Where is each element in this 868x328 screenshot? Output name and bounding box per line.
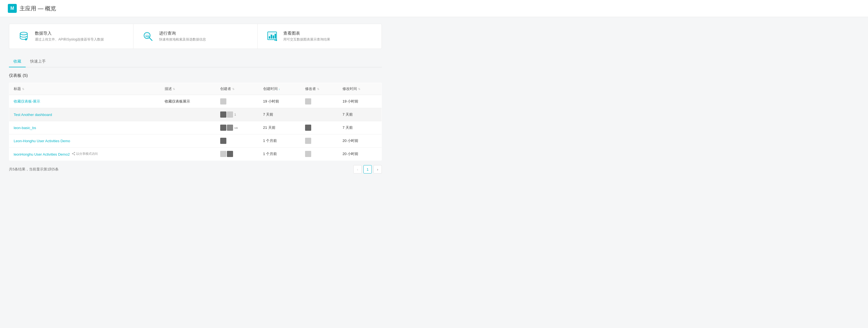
main-content: 数据导入 通过上传文件、API和Syslog连接器等导入数据 SQL 进行查询 … — [0, 17, 391, 181]
cell-modifier — [301, 108, 338, 121]
page-title: 主应用 — 概览 — [20, 5, 56, 12]
cell-title: leon-basic_bs — [9, 121, 160, 134]
cell-modifier — [301, 121, 338, 134]
feature-card-chart-text: 查看图表 用可交互数据图表展示查询结果 — [283, 31, 330, 42]
svg-rect-5 — [269, 36, 270, 38]
next-page-button[interactable]: › — [373, 165, 382, 173]
svg-rect-6 — [271, 35, 272, 38]
avatar — [305, 138, 311, 144]
col-creator[interactable]: 创建者 ⇅ — [216, 83, 258, 95]
page-wrapper: M 主应用 — 概览 数据导入 通过上传文件、API和Syslog连接器等导入数… — [0, 0, 868, 328]
svg-line-15 — [73, 153, 74, 154]
cell-title: Leon-Honghu User Activities Demo — [9, 134, 160, 147]
cell-title: Test Another dashboard — [9, 108, 160, 121]
avatar — [305, 125, 311, 131]
avatar — [220, 138, 226, 144]
pagination-controls: ‹ 1 › — [353, 165, 382, 173]
cell-modified-at: 7 天前 — [338, 108, 381, 121]
creator-avatars: 1 — [220, 111, 254, 118]
cell-title: 收藏仪表板-展示 — [9, 95, 160, 108]
cell-created-at: 21 天前 — [259, 121, 301, 134]
modifier-avatars — [305, 125, 334, 131]
dashboard-link[interactable]: leonHonghu User Activities Demo2 — [14, 152, 70, 156]
prev-page-button[interactable]: ‹ — [353, 165, 362, 173]
feature-card-query-desc: 快速有效地检索及筛选数据信息 — [159, 37, 206, 42]
dashboard-link[interactable]: 收藏仪表板-展示 — [14, 99, 40, 103]
avatar — [220, 98, 226, 105]
feature-card-chart-desc: 用可交互数据图表展示查询结果 — [283, 37, 330, 42]
col-created-at[interactable]: 创建时间 ↓ — [259, 83, 301, 95]
feature-cards: 数据导入 通过上传文件、API和Syslog连接器等导入数据 SQL 进行查询 … — [9, 24, 382, 49]
page-header: M 主应用 — 概览 — [0, 0, 868, 17]
cell-title: leonHonghu User Activities Demo2 以分享模式访问 — [9, 147, 160, 161]
col-modified-at[interactable]: 修改时间 ⇅ — [338, 83, 381, 95]
modifier-avatars — [305, 138, 334, 144]
dashboards-table: 标题 ⇅ 描述 ⇅ 创建者 ⇅ 创建时间 ↓ — [9, 83, 382, 161]
col-title[interactable]: 标题 ⇅ — [9, 83, 160, 95]
dashboard-link[interactable]: leon-basic_bs — [14, 126, 36, 130]
avatar — [305, 98, 311, 105]
svg-point-12 — [74, 152, 75, 153]
table-row: Leon-Honghu User Activities Demo 1 个月前 — [9, 134, 382, 147]
col-modifier[interactable]: 修改者 ⇅ — [301, 83, 338, 95]
section-title: 仪表板 (5) — [9, 73, 382, 78]
sort-icon-modified-at: ⇅ — [358, 87, 360, 90]
cell-description: 收藏仪表板展示 — [160, 95, 216, 108]
col-description[interactable]: 描述 ⇅ — [160, 83, 216, 95]
cell-modifier — [301, 147, 338, 161]
table-row: Test Another dashboard 1 7 天前 7 天前 — [9, 108, 382, 121]
pagination-row: 共5条结果，当前显示第1到5条 ‹ 1 › — [9, 161, 382, 174]
cell-creator: ua — [216, 121, 258, 134]
svg-point-0 — [20, 32, 27, 35]
sort-icon-created-at: ↓ — [279, 87, 280, 90]
feature-card-query[interactable]: SQL 进行查询 快速有效地检索及筛选数据信息 — [133, 24, 258, 49]
modifier-avatars — [305, 151, 334, 157]
table-row: leon-basic_bs ua 21 天前 — [9, 121, 382, 134]
tab-quickstart[interactable]: 快速上手 — [26, 57, 50, 67]
feature-card-chart-title: 查看图表 — [283, 31, 330, 36]
avatar — [227, 125, 233, 131]
app-logo: M — [8, 4, 17, 13]
tab-favorites[interactable]: 收藏 — [9, 57, 26, 67]
page-1-button[interactable]: 1 — [363, 165, 372, 173]
cell-modified-at: 20 小时前 — [338, 147, 381, 161]
feature-card-query-text: 进行查询 快速有效地检索及筛选数据信息 — [159, 31, 206, 42]
avatar — [220, 111, 226, 118]
feature-card-import[interactable]: 数据导入 通过上传文件、API和Syslog连接器等导入数据 — [9, 24, 133, 49]
dashboard-link[interactable]: Test Another dashboard — [14, 113, 52, 117]
avatar — [305, 151, 311, 157]
dashboard-link[interactable]: Leon-Honghu User Activities Demo — [14, 139, 70, 143]
pagination-info: 共5条结果，当前显示第1到5条 — [9, 167, 59, 172]
cell-creator — [216, 147, 258, 161]
cell-created-at: 1 个月前 — [259, 134, 301, 147]
cell-modified-at: 20 小时前 — [338, 134, 381, 147]
creator-avatars — [220, 138, 254, 144]
feature-card-query-title: 进行查询 — [159, 31, 206, 36]
sort-icon-modifier: ⇅ — [317, 87, 319, 90]
cell-modifier — [301, 95, 338, 108]
svg-text:SQL: SQL — [146, 35, 150, 37]
cell-description — [160, 121, 216, 134]
cell-creator: 1 — [216, 108, 258, 121]
creator-count: 1 — [234, 113, 236, 116]
feature-card-import-desc: 通过上传文件、API和Syslog连接器等导入数据 — [35, 37, 104, 42]
svg-rect-8 — [275, 34, 276, 38]
cell-creator — [216, 95, 258, 108]
svg-rect-7 — [273, 35, 274, 38]
cell-description — [160, 108, 216, 121]
cell-modifier — [301, 134, 338, 147]
cell-created-at: 7 天前 — [259, 108, 301, 121]
database-icon — [17, 30, 30, 43]
cell-description — [160, 134, 216, 147]
avatar — [227, 111, 233, 118]
creator-avatars: ua — [220, 125, 254, 131]
cell-created-at: 19 小时前 — [259, 95, 301, 108]
table-header-row: 标题 ⇅ 描述 ⇅ 创建者 ⇅ 创建时间 ↓ — [9, 83, 382, 95]
feature-card-chart[interactable]: 查看图表 用可交互数据图表展示查询结果 — [258, 24, 381, 49]
sort-icon-title: ⇅ — [22, 87, 24, 90]
svg-line-11 — [276, 40, 277, 41]
feature-card-import-text: 数据导入 通过上传文件、API和Syslog连接器等导入数据 — [35, 31, 104, 42]
search-sql-icon: SQL — [141, 30, 155, 43]
sort-icon-description: ⇅ — [173, 87, 175, 90]
cell-created-at: 1 个月前 — [259, 147, 301, 161]
